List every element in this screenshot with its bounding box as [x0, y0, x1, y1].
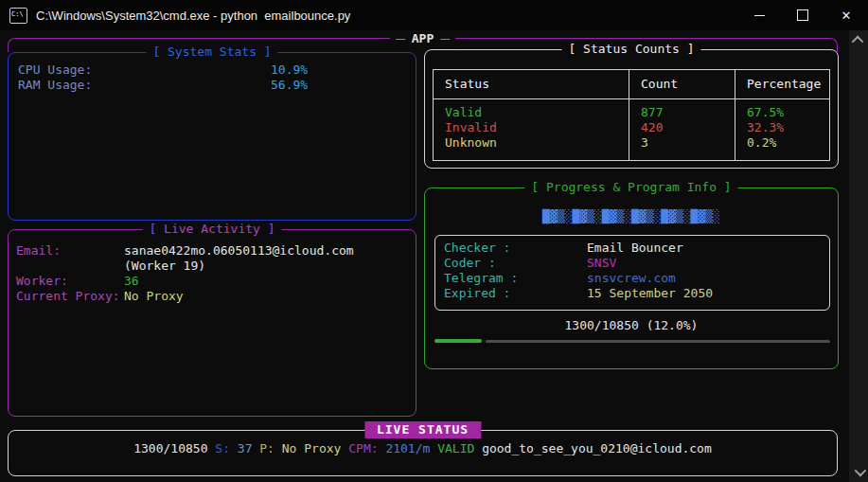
percentage-header: Percentage	[735, 70, 829, 99]
expired-value: 15 September 2050	[587, 286, 713, 301]
maximize-icon	[797, 9, 808, 21]
status-cpm-label: CPM:	[348, 441, 378, 455]
live-status-panel: LIVE STATUS 1300/10850 S: 37 P: No Proxy…	[8, 430, 838, 476]
status-cpm-value: 2101/m	[385, 441, 430, 455]
coder-value: SNSV	[587, 256, 616, 271]
live-status-line: 1300/10850 S: 37 P: No Proxy CPM: 2101/m…	[9, 441, 837, 456]
app-frame-title-text: APP	[412, 31, 434, 46]
scroll-down-button[interactable]	[849, 464, 868, 480]
status-cell-unknown: Unknown	[445, 135, 629, 151]
email-worker-row: (Worker 19)	[16, 259, 416, 274]
maximize-button[interactable]	[781, 0, 824, 30]
telegram-label: Telegram :	[444, 271, 587, 286]
status-p-value: No Proxy	[282, 441, 342, 455]
close-icon: ✕	[841, 9, 852, 22]
ram-usage-label: RAM Usage:	[18, 78, 271, 93]
status-header: Status	[434, 70, 629, 99]
count-header: Count	[629, 70, 735, 99]
status-table: Status Valid Invalid Unknown Count 877 4…	[433, 69, 830, 161]
status-cells: Valid Invalid Unknown	[434, 99, 629, 151]
status-s-label: S:	[215, 441, 230, 455]
status-p-label: P:	[259, 441, 275, 455]
chevron-up-icon	[851, 36, 863, 48]
coder-row: Coder : SNSV	[444, 256, 829, 271]
email-worker-value: (Worker 19)	[124, 259, 205, 274]
live-status-badge: LIVE STATUS	[364, 421, 481, 438]
program-info-content: Checker : Email Bouncer Coder : SNSV Tel…	[435, 236, 829, 301]
scroll-up-button[interactable]	[849, 32, 868, 48]
scrollbar[interactable]	[849, 30, 868, 482]
status-counts-title: [ Status Counts ]	[561, 42, 700, 57]
percentage-cell-invalid: 32.3%	[747, 120, 829, 135]
proxy-row: Current Proxy: No Proxy	[16, 289, 416, 304]
cpu-usage-row: CPU Usage: 10.9%	[18, 62, 416, 78]
email-worker-spacer	[16, 259, 124, 274]
cpu-usage-label: CPU Usage:	[18, 62, 271, 78]
live-activity-content: Email: sanae0422mo.06050113@icloud.com (…	[9, 230, 416, 304]
checker-row: Checker : Email Bouncer	[444, 241, 829, 256]
proxy-value: No Proxy	[124, 289, 184, 304]
window-controls: ✕	[737, 0, 868, 30]
console-output: APP [ System Stats ] CPU Usage: 10.9% RA…	[0, 30, 849, 482]
email-label: Email:	[16, 243, 124, 259]
progress-info-title: [ Progress & Program Info ]	[524, 180, 737, 195]
count-cells: 877 420 3	[629, 99, 735, 151]
percentage-cells: 67.5% 32.3% 0.2%	[735, 99, 829, 151]
email-value: sanae0422mo.06050113@icloud.com	[124, 243, 354, 259]
expired-row: Expired : 15 September 2050	[444, 286, 829, 301]
minimize-button[interactable]	[737, 0, 781, 30]
progress-track	[486, 340, 830, 343]
title-dash-left	[396, 39, 405, 40]
coder-label: Coder :	[444, 256, 587, 271]
percentage-cell-unknown: 0.2%	[747, 135, 829, 151]
checker-label: Checker :	[444, 241, 587, 256]
telegram-value: snsvcrew.com	[587, 271, 676, 286]
live-activity-panel: [ Live Activity ] Email: sanae0422mo.060…	[8, 229, 416, 417]
system-stats-panel: [ System Stats ] CPU Usage: 10.9% RAM Us…	[8, 52, 416, 221]
worker-row: Worker: 36	[16, 274, 416, 289]
program-info-box: Checker : Email Bouncer Coder : SNSV Tel…	[434, 235, 830, 311]
status-progress: 1300/10850	[133, 441, 207, 455]
count-cell-valid: 877	[641, 105, 735, 120]
percentage-column: Percentage 67.5% 32.3% 0.2%	[735, 70, 829, 160]
percentage-cell-valid: 67.5%	[747, 105, 829, 120]
cmd-icon-text: C:\	[10, 9, 24, 18]
status-counts-panel: [ Status Counts ] Status Valid Invalid U…	[424, 49, 839, 169]
progress-info-panel: [ Progress & Program Info ] █▓▒░█▓▒░█▓▒░…	[424, 187, 839, 369]
ram-usage-value: 56.9%	[271, 78, 308, 93]
minimize-icon	[754, 15, 765, 16]
count-cell-invalid: 420	[641, 120, 735, 135]
cpu-usage-value: 10.9%	[271, 62, 308, 78]
status-result: VALID	[437, 441, 474, 455]
status-email: good_to_see_you_0210@icloud.com	[482, 441, 712, 455]
close-button[interactable]: ✕	[824, 0, 868, 30]
system-stats-title: [ System Stats ]	[146, 45, 277, 60]
proxy-label: Current Proxy:	[16, 289, 124, 304]
progress-bar	[434, 339, 830, 343]
progress-fill	[434, 339, 482, 343]
count-cell-unknown: 3	[641, 135, 735, 151]
ram-usage-row: RAM Usage: 56.9%	[18, 78, 416, 93]
status-cell-valid: Valid	[445, 105, 629, 120]
expired-label: Expired :	[444, 286, 587, 301]
chevron-down-icon	[854, 465, 866, 477]
progress-label: 1300/10850 (12.0%)	[425, 318, 838, 333]
worker-label: Worker:	[16, 274, 124, 289]
cmd-window: C:\ C:\Windows\System32\cmd.exe - python…	[0, 0, 868, 482]
app-frame-title: APP	[390, 31, 455, 46]
status-column: Status Valid Invalid Unknown	[434, 70, 629, 160]
logo-banner: █▓▒░█▓▒░█▓▒░█▓▒░█▓▒░█▓▒░	[425, 207, 838, 225]
live-activity-title: [ Live Activity ]	[142, 222, 281, 237]
worker-value: 36	[124, 274, 139, 289]
title-dash-right	[440, 39, 450, 40]
cmd-icon: C:\	[9, 8, 27, 24]
status-s-value: 37	[238, 441, 253, 455]
titlebar[interactable]: C:\ C:\Windows\System32\cmd.exe - python…	[0, 0, 868, 30]
status-cell-invalid: Invalid	[445, 120, 629, 135]
count-column: Count 877 420 3	[629, 70, 735, 160]
window-title: C:\Windows\System32\cmd.exe - python ema…	[36, 9, 737, 23]
email-row: Email: sanae0422mo.06050113@icloud.com	[16, 243, 416, 259]
telegram-row: Telegram : snsvcrew.com	[444, 271, 829, 286]
checker-value: Email Bouncer	[587, 241, 683, 256]
